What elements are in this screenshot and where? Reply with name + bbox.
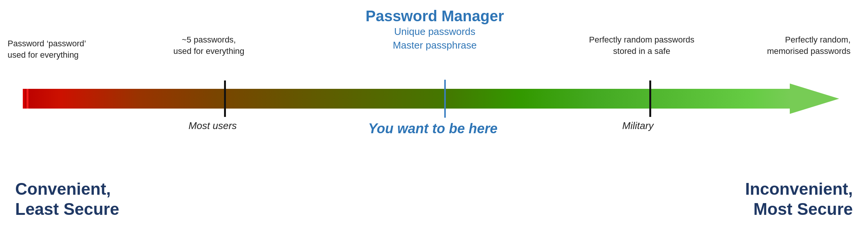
security-arrow [23,84,843,114]
unique-passwords-label: Unique passwords [349,25,520,38]
arrow-head [790,84,839,114]
tick-military [649,80,651,117]
label-you-want-here: You want to be here [357,121,509,137]
main-container: Password Manager Unique passwords Master… [0,0,868,227]
bottom-right-label: Inconvenient, Most Secure [745,179,853,219]
label-password-everything: Password ‘password’ used for everything [8,38,106,60]
arrow-body [23,89,790,109]
center-marker-password-manager [444,80,446,118]
bottom-left-label: Convenient, Least Secure [15,179,119,219]
label-random-safe: Perfectly random passwords stored in a s… [581,34,702,57]
label-5-passwords: ~5 passwords, used for everything [159,34,258,57]
password-manager-label: Password Manager Unique passwords Master… [349,8,520,52]
label-most-users: Most users [163,120,262,132]
tick-most-users [224,80,226,117]
master-passphrase-label: Master passphrase [349,38,520,52]
label-military: Military [600,120,676,132]
password-manager-title: Password Manager [349,8,520,25]
label-random-memorised: Perfectly random, memorised passwords [744,34,851,57]
